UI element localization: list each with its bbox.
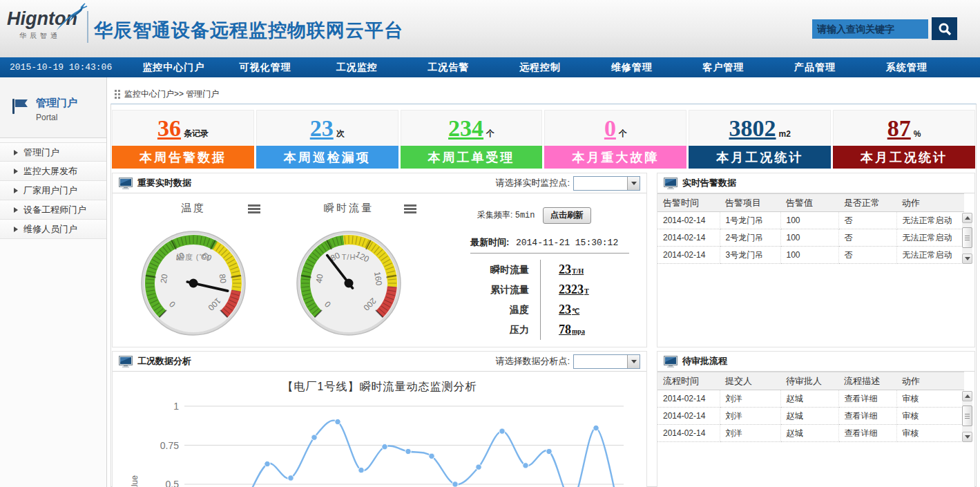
svg-text:0.5: 0.5 bbox=[166, 479, 180, 487]
stat-value-area: 234个 bbox=[401, 110, 543, 146]
scroll-down-icon[interactable] bbox=[962, 432, 972, 442]
flow-gauge: 04080120160200T/H bbox=[294, 228, 404, 338]
stat-banner-label: 本周工单受理 bbox=[401, 146, 543, 169]
gauge-caption-flow: 瞬时流量 bbox=[311, 202, 387, 215]
analysis-point-select[interactable] bbox=[573, 354, 640, 369]
latest-time-label: 最新时间: bbox=[470, 237, 509, 247]
metric-unit: ℃ bbox=[572, 307, 579, 315]
scroll-up-icon[interactable] bbox=[962, 391, 972, 401]
stat-card-4[interactable]: 3802m2本月工况统计 bbox=[689, 110, 831, 169]
nav-item-6[interactable]: 客户管理 bbox=[678, 57, 769, 77]
nav-item-8[interactable]: 系统管理 bbox=[861, 57, 952, 77]
nav-item-0[interactable]: 监控中心门户 bbox=[128, 57, 220, 77]
svg-text:80: 80 bbox=[218, 274, 229, 285]
metric-unit: T bbox=[584, 287, 589, 295]
monitor-icon bbox=[119, 178, 133, 189]
refresh-button[interactable]: 点击刷新 bbox=[543, 207, 591, 224]
action-link[interactable]: 审核 bbox=[896, 408, 964, 425]
action-link[interactable]: 查看详细 bbox=[838, 390, 896, 408]
stat-card-1[interactable]: 23次本周巡检漏项 bbox=[256, 110, 398, 169]
metric-label: 瞬时流量 bbox=[458, 260, 541, 280]
metric-value: 78mpa bbox=[541, 323, 585, 337]
column-header: 流程描述 bbox=[838, 372, 896, 390]
scroll-down-icon[interactable] bbox=[962, 254, 972, 264]
stat-banner-label: 本周告警数据 bbox=[112, 146, 254, 169]
stat-unit: 个 bbox=[619, 128, 627, 140]
sidebar-item-1[interactable]: 监控大屏发布 bbox=[0, 162, 106, 181]
breadcrumb-icon bbox=[115, 90, 120, 99]
stat-card-5[interactable]: 87%本月工况统计 bbox=[833, 110, 975, 169]
metric-row-3: 压力78mpa bbox=[458, 320, 637, 340]
action-link[interactable]: 审核 bbox=[896, 390, 964, 408]
chart-menu-icon[interactable] bbox=[248, 204, 260, 213]
column-header: 流程时间 bbox=[657, 372, 720, 390]
breadcrumb[interactable]: 监控中心门户>> 管理门户 bbox=[115, 88, 219, 100]
sidebar-item-4[interactable]: 维修人员门户 bbox=[0, 220, 106, 239]
table-cell: 2014-02-14 bbox=[657, 408, 720, 425]
stat-banner-label: 本月重大故障 bbox=[544, 146, 686, 169]
stat-card-0[interactable]: 36条记录本周告警数据 bbox=[112, 110, 254, 169]
nav-item-4[interactable]: 远程控制 bbox=[494, 57, 586, 77]
svg-text:0.75: 0.75 bbox=[160, 440, 179, 451]
nav-item-1[interactable]: 可视化管理 bbox=[220, 57, 311, 77]
column-header: 待审批人 bbox=[780, 372, 838, 390]
monitor-point-select[interactable] bbox=[573, 176, 640, 191]
breadcrumb-text: 监控中心门户>> 管理门户 bbox=[124, 88, 219, 100]
nav-item-2[interactable]: 工况监控 bbox=[311, 57, 403, 77]
table-cell: 无法正常启动 bbox=[896, 229, 964, 247]
sidebar-item-2[interactable]: 厂家用户门户 bbox=[0, 181, 106, 200]
nav-item-3[interactable]: 工况告警 bbox=[403, 57, 494, 77]
scrollbar-thumb[interactable] bbox=[962, 227, 972, 248]
monitor-icon bbox=[119, 356, 133, 367]
table-cell: 2014-02-14 bbox=[657, 212, 720, 229]
table-cell: 无法正常启动 bbox=[896, 247, 964, 264]
alarm-table-scrollbar[interactable] bbox=[962, 213, 972, 264]
chart-menu-icon[interactable] bbox=[404, 204, 416, 213]
approval-table: 流程时间提交人待审批人流程描述动作2014-02-14刘洋赵城查看详细审核201… bbox=[657, 372, 964, 442]
sidebar-item-3[interactable]: 设备工程师门户 bbox=[0, 200, 106, 220]
scroll-up-icon[interactable] bbox=[962, 213, 972, 223]
table-cell: 赵城 bbox=[780, 390, 838, 408]
nav-item-5[interactable]: 维修管理 bbox=[586, 57, 678, 77]
clock-timestamp: 2015-10-19 10:43:06 bbox=[0, 62, 128, 73]
sidebar-subtitle: Portal bbox=[36, 113, 106, 122]
table-cell: 2号龙门吊 bbox=[720, 229, 780, 247]
stat-banner-label: 本月工况统计 bbox=[833, 146, 975, 169]
action-link[interactable]: 查看详细 bbox=[838, 408, 896, 425]
stat-number: 3802 bbox=[729, 117, 776, 140]
flow-line-chart: 10.750.5Value bbox=[113, 392, 646, 487]
metric-unit: T/H bbox=[572, 267, 584, 275]
svg-text:T/H: T/H bbox=[342, 253, 356, 261]
stat-banner-label: 本月工况统计 bbox=[689, 146, 831, 169]
scrollbar-thumb[interactable] bbox=[962, 405, 972, 426]
stat-unit: 次 bbox=[336, 128, 345, 140]
stat-unit: 个 bbox=[486, 128, 494, 140]
search-button[interactable] bbox=[932, 17, 957, 40]
logo-subtext: 华辰智通 bbox=[19, 31, 90, 41]
action-link[interactable]: 查看详细 bbox=[838, 425, 896, 442]
main-navbar: 2015-10-19 10:43:06 监控中心门户可视化管理工况监控工况告警远… bbox=[0, 57, 980, 77]
monitor-point-label: 请选择实时监控点: bbox=[495, 177, 570, 189]
content-area: 36条记录本周告警数据23次本周巡检漏项234个本周工单受理0个本月重大故障38… bbox=[111, 104, 977, 487]
search-input[interactable] bbox=[812, 19, 928, 39]
metric-value: 2323T bbox=[541, 283, 589, 297]
panel-title-realtime: 重要实时数据 bbox=[137, 177, 191, 189]
approval-table-scrollbar[interactable] bbox=[962, 391, 972, 442]
table-cell: 刘洋 bbox=[720, 408, 780, 425]
action-link[interactable]: 审核 bbox=[896, 425, 964, 442]
sidebar-item-0[interactable]: 管理门户 bbox=[0, 142, 106, 162]
stat-value-area: 87% bbox=[833, 110, 975, 146]
sidebar: 管理门户 Portal 管理门户监控大屏发布厂家用户门户设备工程师门户维修人员门… bbox=[0, 77, 107, 487]
flag-icon bbox=[11, 98, 29, 115]
stat-card-2[interactable]: 234个本周工单受理 bbox=[401, 110, 543, 169]
stat-value-area: 3802m2 bbox=[689, 110, 831, 146]
nav-item-7[interactable]: 产品管理 bbox=[769, 57, 861, 77]
svg-text:40: 40 bbox=[314, 273, 325, 284]
metric-label: 累计流量 bbox=[458, 280, 541, 300]
freq-label: 采集频率: bbox=[477, 210, 512, 220]
latest-time-value: 2014-11-21 15:30:12 bbox=[516, 238, 618, 248]
table-cell: 1号龙门吊 bbox=[720, 212, 780, 229]
stat-card-3[interactable]: 0个本月重大故障 bbox=[544, 110, 686, 169]
gauge-caption-temperature: 温度 bbox=[155, 202, 231, 215]
logo: Hignton 华辰智通 bbox=[7, 8, 90, 41]
